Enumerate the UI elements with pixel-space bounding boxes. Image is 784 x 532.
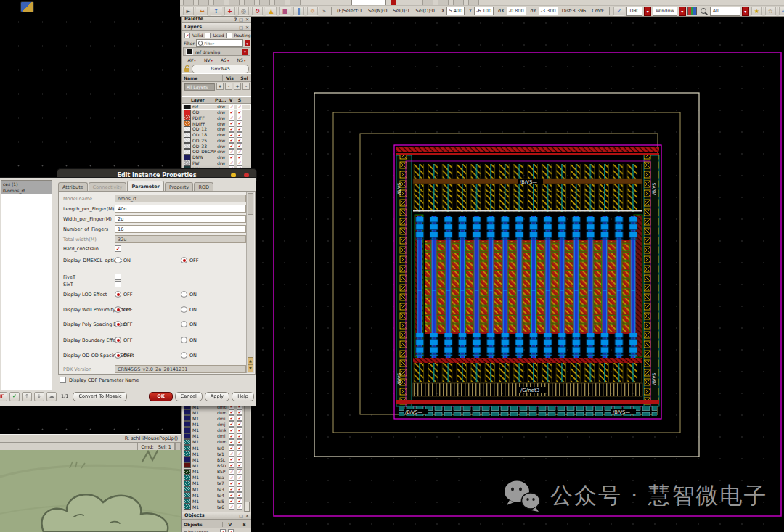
odod-spacing-off-radio[interactable]: OFF [115,352,133,359]
objects-row-instances[interactable]: Instances ✔ ✔ [182,528,251,532]
layer-row[interactable]: M1 dum ✔ ✔ [182,409,245,415]
wand-icon[interactable]: ☆ [764,6,777,16]
clipped-tool-button[interactable] [453,0,464,5]
valid-checkbox[interactable]: ✔ [184,33,190,38]
dmexcl-on-radio[interactable]: ON [115,257,131,263]
close-icon[interactable]: ✕ [245,513,249,518]
sixt-checkbox[interactable] [115,281,121,287]
tree-item[interactable]: 0-nmos_rf [1,187,52,194]
tree-item[interactable]: ces (1) [1,181,52,187]
filter-dropdown-arrow[interactable]: ▾ [245,40,250,46]
clipped-combo-box[interactable] [351,0,386,5]
selectable-checkbox[interactable]: ✔ [237,427,242,433]
visible-checkbox[interactable]: ✔ [229,469,234,475]
visible-checkbox[interactable]: ✔ [229,439,234,445]
vis-toggle-button[interactable]: - [242,83,250,90]
clipped-tool-button[interactable] [213,0,224,5]
layer-row[interactable]: OD_25 drw ✔ ✔ [182,138,251,144]
cdf-parameter-checkbox[interactable] [60,377,66,383]
nmos-rf-cell[interactable]: /G/net3 /B/VS— /B/VS— /B/VS— /B/VS /B/VS… [394,145,661,419]
selectable-checkbox[interactable]: ✔ [237,462,242,468]
visibility-combo[interactable]: AV▾ [188,57,196,62]
filter-searchbox[interactable] [196,39,243,47]
dock-icon[interactable]: □ [239,17,243,22]
layer-row[interactable]: M1 dmi ✔ ✔ [182,415,245,421]
visible-checkbox[interactable]: ✔ [229,492,234,498]
visible-checkbox[interactable]: ✔ [229,475,234,480]
selectable-checkbox[interactable]: ✔ [237,486,242,492]
cancel-button[interactable]: Cancel [175,392,203,401]
tool-icon[interactable]: ▲ [265,6,277,16]
layer-row[interactable]: NDIFF drw ✔ ✔ [182,120,251,126]
selectable-checkbox[interactable]: ✔ [237,409,242,415]
scrollbar-thumb[interactable] [248,193,253,215]
upload-icon[interactable]: ☁ [46,392,57,401]
selectable-checkbox[interactable]: ✔ [237,469,242,475]
clipped-nav-icon[interactable]: ◧ [0,392,7,401]
tool-icon[interactable]: ↕ [210,6,222,16]
used-checkbox[interactable] [205,33,211,38]
layer-row[interactable]: ref drw ✔ ✔ [182,104,251,110]
clipped-tool-button[interactable] [438,0,449,5]
clipped-tool-button[interactable] [259,0,270,5]
tool-icon[interactable]: ↔ [196,6,208,16]
scroll-down-arrow[interactable]: ▼ [248,364,253,372]
layer-row[interactable]: M1 te6 ✔ ✔ [182,504,245,510]
visible-checkbox[interactable]: ✔ [229,462,234,468]
selectable-checkbox[interactable]: ✔ [237,480,242,486]
vis-toggle-button[interactable]: + [216,83,224,90]
drc-dropdown[interactable]: DRC [626,7,642,16]
instance-tree[interactable]: ces (1) 0-nmos_rf [1,180,52,390]
visibility-combo[interactable]: AS▾ [221,57,229,62]
filter-input[interactable] [204,41,241,46]
clipped-tool-button[interactable] [229,0,240,5]
scrollbar-thumb[interactable] [245,502,250,512]
dmexcl-off-radio[interactable]: OFF [181,257,199,263]
layer-row[interactable]: OD_33 drw ✔ ✔ [182,143,251,149]
layer-row[interactable]: OD_12 drw ✔ ✔ [182,126,251,132]
layers-titlebar[interactable]: Layers □ ✕ [182,23,251,31]
active-layer-row[interactable]: ref drawing ▾ [183,47,250,56]
layer-row[interactable]: M1 te4 ✔ ✔ [182,492,245,498]
selectable-checkbox[interactable]: ✔ [237,504,242,510]
boundary-on-radio[interactable]: ON [181,337,197,343]
selectable-checkbox[interactable]: ✔ [237,445,242,451]
clipped-tool-button[interactable] [274,0,285,5]
well-proximity-off-radio[interactable]: OFF [115,306,133,313]
close-icon[interactable]: ✕ [245,17,249,22]
layer-row[interactable]: M1 BSP ✔ ✔ [182,469,245,475]
apply-button[interactable]: Apply [205,392,229,401]
search-icon[interactable] [701,8,706,14]
apply-doc-icon[interactable]: ✔ [9,392,20,401]
prev-arrow-icon[interactable]: ← [778,6,784,16]
visibility-combo[interactable]: NV▾ [204,57,213,62]
visible-checkbox[interactable]: ✔ [229,504,234,510]
vis-toggle-button[interactable]: - [225,83,232,90]
dock-icon[interactable]: □ [239,513,243,518]
drc-dropdown-arrow[interactable]: ▾ [644,7,651,16]
clipped-tool-button[interactable] [468,0,479,5]
ok-button[interactable]: OK [149,392,173,401]
visible-checkbox[interactable]: ✔ [229,451,234,457]
layer-row[interactable]: M1 te1 ✔ ✔ [182,451,245,457]
clipped-tool-button[interactable] [290,0,301,5]
lod-off-radio[interactable]: OFF [115,291,133,298]
selectable-checkbox[interactable]: ✔ [228,529,234,532]
close-icon[interactable]: ✕ [245,25,249,30]
visible-checkbox[interactable]: ✔ [229,457,234,462]
toolbar-overflow-chevron[interactable]: » [322,8,326,15]
clipped-tool-button[interactable] [422,0,433,5]
window-dropdown[interactable]: Window [653,7,677,16]
tool-icon[interactable]: ■ [279,6,291,16]
next-instance-icon[interactable]: ↓ [34,392,44,401]
window-dropdown-arrow[interactable]: ▾ [679,7,686,16]
layer-row[interactable]: PDIFF drw ✔ ✔ [182,115,251,121]
poly-spacing-on-radio[interactable]: ON [181,321,197,327]
visible-checkbox[interactable]: ✔ [220,529,226,532]
number-of-fingers-input[interactable]: 16 [115,225,246,233]
tab-property[interactable]: Property [165,182,194,191]
layer-row[interactable]: M1 te7 ✔ ✔ [182,480,245,486]
selectable-checkbox[interactable]: ✔ [237,498,242,504]
selectable-checkbox[interactable]: ✔ [237,475,242,480]
poly-spacing-off-radio[interactable]: OFF [115,321,133,327]
